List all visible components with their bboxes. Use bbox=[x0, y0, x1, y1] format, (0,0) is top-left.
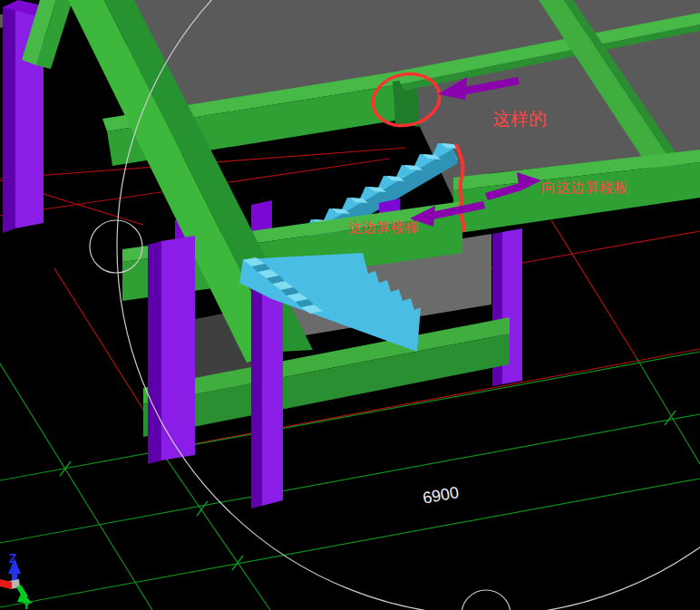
cad-3d-viewport[interactable]: 这样的 向这边算楼板 这边算楼梯 6900 Z Y bbox=[0, 0, 700, 610]
axis-y-label: Y bbox=[23, 598, 31, 610]
stair-note-text: 这边算楼梯 bbox=[348, 219, 419, 235]
circle-note-text: 这样的 bbox=[492, 109, 547, 129]
column-landing-1 bbox=[148, 236, 195, 464]
slab-note-text: 向这边算楼板 bbox=[541, 179, 628, 195]
